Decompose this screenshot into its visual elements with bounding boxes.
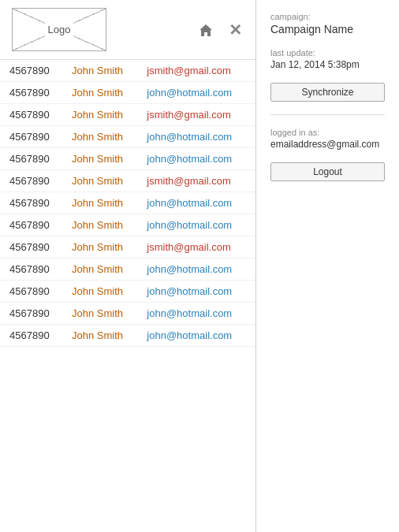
table-container: 4567890John Smithjsmith@gmail.com4567890… [0,60,255,532]
campaign-section: campaign: Campaign Name [270,12,385,35]
campaign-name: Campaign Name [270,23,385,35]
cell-id: 4567890 [0,148,65,170]
cell-name: John Smith [65,303,140,325]
logo-text: Logo [45,23,74,36]
cell-email[interactable]: john@hotmail.com [140,214,255,236]
table-row[interactable]: 4567890John Smithjsmith@gmail.com [0,170,255,192]
cell-name: John Smith [65,170,140,192]
cell-id: 4567890 [0,192,65,214]
logged-in-label: logged in as: [270,128,385,137]
cell-email[interactable]: john@hotmail.com [140,126,255,148]
table-row[interactable]: 4567890John Smithjohn@hotmail.com [0,192,255,214]
cell-email[interactable]: john@hotmail.com [140,303,255,325]
logged-in-section: logged in as: emailaddress@gmail.com [270,128,385,150]
cell-email[interactable]: jsmith@gmail.com [140,236,255,259]
header: Logo ✕ [0,0,255,60]
logo: Logo [12,8,106,51]
table-row[interactable]: 4567890John Smithjohn@hotmail.com [0,325,255,347]
table-row[interactable]: 4567890John Smithjohn@hotmail.com [0,303,255,325]
last-update-label: last update: [270,48,385,58]
cell-id: 4567890 [0,259,65,281]
cell-id: 4567890 [0,303,65,325]
cell-name: John Smith [65,148,140,170]
cell-id: 4567890 [0,325,65,347]
synchronize-button[interactable]: Synchronize [270,83,385,102]
logged-in-email: emailaddress@gmail.com [270,139,385,150]
cell-name: John Smith [65,281,140,303]
cell-id: 4567890 [0,281,65,303]
last-update-value: Jan 12, 2014 5:38pm [270,59,385,70]
cell-id: 4567890 [0,82,65,104]
divider [270,114,385,115]
cell-id: 4567890 [0,60,65,82]
home-icon[interactable] [197,21,214,39]
cell-id: 4567890 [0,170,65,192]
cell-name: John Smith [65,126,140,148]
table-row[interactable]: 4567890John Smithjohn@hotmail.com [0,148,255,170]
cell-email[interactable]: john@hotmail.com [140,325,255,347]
table-row[interactable]: 4567890John Smithjsmith@gmail.com [0,236,255,259]
right-panel: campaign: Campaign Name last update: Jan… [256,0,399,532]
left-panel: Logo ✕ 4567890John Smithjsmith@gmail.com… [0,0,256,532]
header-icons: ✕ [197,21,244,39]
table-row[interactable]: 4567890John Smithjsmith@gmail.com [0,60,255,82]
cell-id: 4567890 [0,126,65,148]
contacts-table: 4567890John Smithjsmith@gmail.com4567890… [0,60,255,347]
cell-id: 4567890 [0,214,65,236]
cell-email[interactable]: jsmith@gmail.com [140,170,255,192]
cell-id: 4567890 [0,104,65,126]
last-update-section: last update: Jan 12, 2014 5:38pm [270,48,385,70]
cell-id: 4567890 [0,236,65,259]
table-row[interactable]: 4567890John Smithjohn@hotmail.com [0,82,255,104]
table-row[interactable]: 4567890John Smithjsmith@gmail.com [0,104,255,126]
cell-name: John Smith [65,259,140,281]
cell-email[interactable]: john@hotmail.com [140,148,255,170]
cell-email[interactable]: john@hotmail.com [140,82,255,104]
cell-name: John Smith [65,82,140,104]
table-row[interactable]: 4567890John Smithjohn@hotmail.com [0,259,255,281]
cell-email[interactable]: jsmith@gmail.com [140,104,255,126]
cell-email[interactable]: jsmith@gmail.com [140,60,255,82]
cell-email[interactable]: john@hotmail.com [140,192,255,214]
cell-name: John Smith [65,60,140,82]
campaign-label: campaign: [270,12,385,21]
cell-name: John Smith [65,104,140,126]
cell-email[interactable]: john@hotmail.com [140,281,255,303]
cell-name: John Smith [65,325,140,347]
table-row[interactable]: 4567890John Smithjohn@hotmail.com [0,126,255,148]
logout-button[interactable]: Logout [270,162,385,181]
cell-email[interactable]: john@hotmail.com [140,259,255,281]
cell-name: John Smith [65,192,140,214]
table-row[interactable]: 4567890John Smithjohn@hotmail.com [0,281,255,303]
close-icon[interactable]: ✕ [226,21,244,39]
cell-name: John Smith [65,236,140,259]
cell-name: John Smith [65,214,140,236]
table-row[interactable]: 4567890John Smithjohn@hotmail.com [0,214,255,236]
